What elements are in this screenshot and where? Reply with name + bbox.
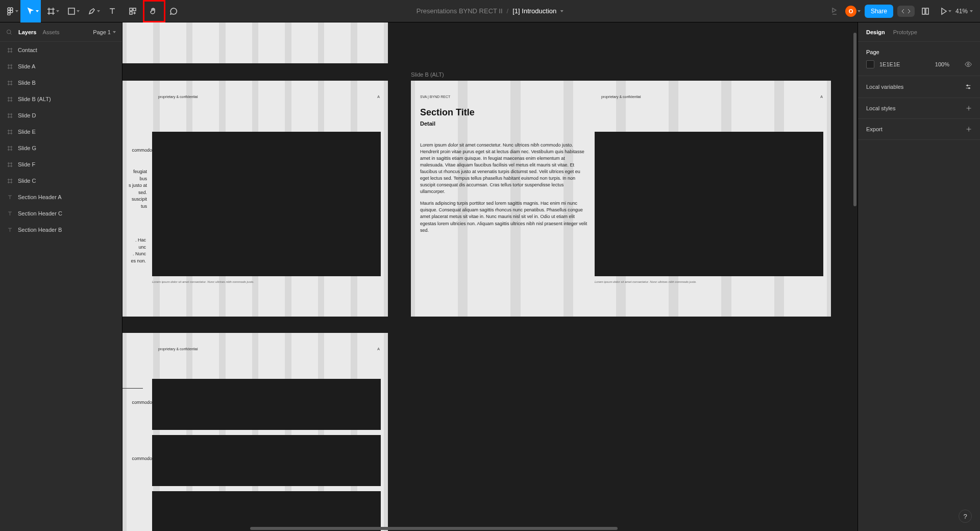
layer-name: Slide A — [18, 63, 35, 69]
scrollbar-thumb[interactable] — [250, 527, 618, 530]
layer-row[interactable]: Contact — [0, 42, 122, 58]
layer-name: Section Header B — [18, 227, 62, 233]
frame-icon — [7, 162, 13, 167]
hand-icon — [149, 7, 157, 15]
export-section[interactable]: Export — [858, 119, 980, 140]
page-section-title: Page — [866, 49, 972, 55]
hand-tool-button[interactable] — [143, 0, 163, 22]
frame-label[interactable]: Slide B (ALT) — [411, 71, 444, 78]
left-panel-header: Layers Assets Page 1 — [0, 22, 122, 42]
frame-icon — [7, 47, 13, 53]
layers-list: ContactSlide ASlide BSlide B (ALT)Slide … — [0, 42, 122, 238]
layer-row[interactable]: Slide C — [0, 173, 122, 189]
multiplayer-icon — [830, 7, 838, 15]
layer-row[interactable]: Slide B — [0, 75, 122, 91]
layer-name: Slide B — [18, 80, 36, 86]
text-tool-button[interactable] — [102, 0, 122, 22]
resources-icon — [129, 7, 137, 15]
comment-tool-button[interactable] — [163, 0, 184, 22]
layer-row[interactable]: Section Header B — [0, 222, 122, 238]
shape-tool-button[interactable] — [61, 0, 82, 22]
pen-tool-button[interactable] — [82, 0, 102, 22]
multiplayer-button[interactable] — [827, 0, 841, 22]
dev-mode-button[interactable] — [897, 6, 915, 17]
rectangle-icon — [67, 7, 76, 15]
move-tool-button[interactable] — [20, 0, 41, 22]
page-section: Page 1E1E1E 100% — [858, 42, 980, 76]
library-button[interactable] — [919, 0, 932, 22]
layer-name: Slide F — [18, 161, 35, 167]
page-background-row[interactable]: 1E1E1E 100% — [866, 60, 972, 68]
text-icon — [108, 7, 116, 15]
zoom-menu[interactable]: 41% — [955, 8, 973, 15]
cursor-icon — [27, 7, 35, 15]
frame-icon — [7, 178, 13, 184]
comment-icon — [169, 7, 178, 15]
svg-rect-7 — [133, 8, 136, 11]
color-opacity: 100% — [935, 61, 949, 67]
search-icon[interactable] — [6, 29, 12, 35]
project-name: Presentations BYND RECT II — [416, 7, 503, 15]
frame-icon — [7, 113, 13, 118]
canvas-frame[interactable]: proprietary & confidential A Lorem ipsum… — [122, 81, 388, 317]
play-icon — [940, 7, 948, 15]
layer-row[interactable]: Section Header C — [0, 205, 122, 222]
plus-icon[interactable] — [966, 126, 972, 132]
chevron-down-icon — [36, 10, 39, 12]
canvas[interactable]: proprietary & confidential A Lorem ipsum… — [122, 22, 857, 531]
color-swatch[interactable] — [866, 60, 874, 68]
left-panel: Layers Assets Page 1 ContactSlide ASlide… — [0, 22, 122, 531]
layer-name: Section Header C — [18, 210, 62, 216]
plus-icon[interactable] — [966, 105, 972, 111]
frame-icon — [47, 7, 55, 15]
user-avatar: O — [845, 6, 856, 17]
top-toolbar: Presentations BYND RECT II / [1] Introdu… — [0, 0, 980, 22]
layer-row[interactable]: Slide F — [0, 156, 122, 173]
chevron-down-icon — [948, 10, 951, 12]
canvas-frame[interactable] — [122, 22, 388, 63]
canvas-frame[interactable]: proprietary & confidential A commodo com… — [122, 333, 388, 531]
canvas-frame-slide-b-alt[interactable]: Slide B (ALT) SVA | BYND RECT proprietar… — [411, 81, 831, 317]
zoom-value: 41% — [955, 8, 968, 15]
horizontal-scrollbar[interactable] — [122, 526, 857, 531]
toolbar-right: O Share 41% — [827, 0, 980, 22]
layer-row[interactable]: Slide D — [0, 107, 122, 124]
frame-icon — [7, 129, 13, 135]
eye-icon[interactable] — [965, 61, 972, 68]
document-title[interactable]: Presentations BYND RECT II / [1] Introdu… — [416, 7, 564, 15]
main-menu-button[interactable] — [0, 0, 20, 22]
layer-name: Slide E — [18, 129, 36, 135]
layer-name: Section Header A — [18, 194, 62, 200]
scrollbar-thumb[interactable] — [853, 33, 856, 206]
resources-tool-button[interactable] — [122, 0, 143, 22]
avatar-menu[interactable]: O — [845, 6, 861, 17]
vertical-scrollbar[interactable] — [852, 22, 857, 526]
layer-row[interactable]: Slide B (ALT) — [0, 91, 122, 107]
chevron-down-icon — [15, 10, 18, 12]
layer-row[interactable]: Slide A — [0, 58, 122, 75]
layers-tab[interactable]: Layers — [18, 29, 36, 35]
prototype-tab[interactable]: Prototype — [893, 29, 917, 35]
share-button[interactable]: Share — [865, 5, 893, 18]
design-tab[interactable]: Design — [866, 29, 885, 35]
help-button[interactable]: ? — [959, 510, 972, 523]
book-icon — [921, 7, 929, 15]
svg-rect-6 — [130, 8, 132, 11]
layer-row[interactable]: Slide E — [0, 124, 122, 140]
assets-tab[interactable]: Assets — [42, 29, 59, 35]
layer-row[interactable]: Section Header A — [0, 189, 122, 205]
chevron-down-icon — [857, 10, 861, 12]
figma-logo-icon — [6, 7, 14, 15]
svg-rect-8 — [130, 12, 132, 14]
present-button[interactable] — [936, 0, 951, 22]
frame-icon — [7, 96, 13, 102]
frame-icon — [7, 146, 13, 151]
page-selector[interactable]: Page 1 — [93, 29, 116, 35]
layer-row[interactable]: Slide G — [0, 140, 122, 156]
local-variables-section[interactable]: Local variables — [858, 76, 980, 98]
frame-tool-button[interactable] — [41, 0, 61, 22]
svg-point-11 — [967, 85, 968, 86]
settings-icon[interactable] — [965, 83, 972, 90]
text-icon — [7, 227, 13, 233]
local-styles-section[interactable]: Local styles — [858, 98, 980, 119]
